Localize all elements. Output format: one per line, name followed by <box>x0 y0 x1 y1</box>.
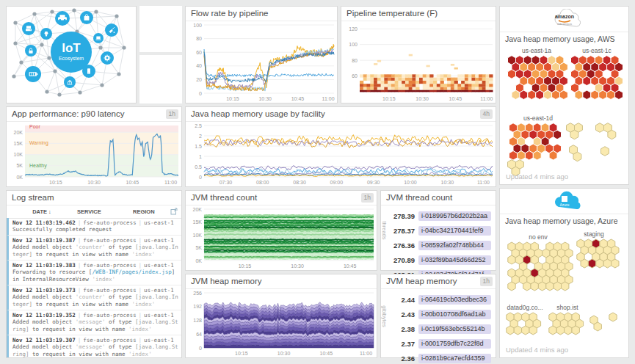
dashboard: IoT Ecosystem Healthy dev... 2K dvc Offl… <box>0 0 635 364</box>
log-column-service[interactable]: SERVICE <box>77 208 133 215</box>
log-row-meta: Nov 12 11:03:19.383|fse-auto-process|us-… <box>12 262 178 269</box>
jvm-thread-count-toplist-panel: JVM thread count threads 278.39i-0189957… <box>380 190 496 271</box>
healthy-devices-widget[interactable]: Healthy dev... 2K dvc <box>139 6 182 52</box>
log-row-message: Added model object 'message' of type [ja… <box>12 343 178 357</box>
svg-text:20K: 20K <box>14 130 23 135</box>
log-row[interactable]: Nov 12 11:03:19.383|fse-auto-process|us-… <box>7 261 181 285</box>
toplist-host-pill[interactable]: i-0001759dfb7c22f8d <box>418 339 491 349</box>
toplist-value: 2.43 <box>387 310 418 318</box>
hex-cluster-us-east-1d[interactable]: us-east-1d <box>509 114 562 160</box>
aws-heap-panel: amazon web services Java heap memory usa… <box>499 6 629 185</box>
healthy-devices-body: 2K dvc <box>139 18 182 52</box>
pipeline-temperature-chart[interactable]: 608010012010:1510:3010:4511:00 <box>341 21 496 103</box>
svg-text:100: 100 <box>193 23 202 28</box>
hex-cluster-datad0g-co-[interactable]: datad0g.co... <box>507 304 543 335</box>
aws-hex-map[interactable]: us-east-1aus-east-1cus-east-1d <box>500 46 628 176</box>
log-row-message: Successfully completed request <box>12 226 178 233</box>
svg-text:10:45: 10:45 <box>126 180 139 185</box>
p90-latency-chart[interactable]: 0K5K10K15K20K10:1510:3010:4511:00Healthy… <box>7 122 181 186</box>
offline-devices-value: 35 <box>144 80 166 98</box>
svg-text:no env: no env <box>529 233 548 241</box>
toplist-row[interactable]: 270.89i-032f89ba45d66d252 <box>387 253 491 266</box>
log-stream-header: DATE ↓ SERVICE REGION <box>7 205 181 219</box>
p90-latency-title: App performance: p90 latency 1h <box>7 107 181 122</box>
log-column-date[interactable]: DATE ↓ <box>7 208 77 215</box>
jvm-heap-memory-toplist-title: JVM heap memory 1h <box>381 274 496 289</box>
toplist-host-pill[interactable]: i-0281b9ca7ecfd4359 <box>418 354 491 363</box>
jvm-thread-count-chart[interactable]: 0K5K10K15K20K10:1510:3010:45 <box>186 205 377 270</box>
svg-text:10:15: 10:15 <box>239 263 252 269</box>
toplist-row[interactable]: 276.36i-08592fa02f748bb44 <box>387 239 491 252</box>
svg-text:2: 2 <box>199 134 202 139</box>
toplist-host-pill[interactable]: i-08592fa02f748bb44 <box>418 241 491 250</box>
hex-cluster[interactable] <box>596 123 616 139</box>
hex-cluster[interactable] <box>601 147 609 156</box>
svg-text:shop.ist: shop.ist <box>556 304 578 311</box>
svg-text:256: 256 <box>193 291 202 296</box>
svg-text:1.5: 1.5 <box>195 144 202 149</box>
aws-logo-icon: amazon web services <box>543 9 587 29</box>
toplist-host-pill[interactable]: i-064619cb03edbec36 <box>418 295 491 305</box>
hex-cluster[interactable] <box>567 123 583 139</box>
toplist-row[interactable]: 278.39i-0189957b6d202b2aa <box>387 209 491 222</box>
svg-text:10:15: 10:15 <box>226 96 239 101</box>
svg-text:us-east-1d: us-east-1d <box>523 114 553 122</box>
log-row-message: Forwarding to resource [/WEB-INF/pages/i… <box>12 269 178 283</box>
gear-icon <box>101 51 114 65</box>
svg-text:08:30: 08:30 <box>293 180 306 185</box>
svg-text:10:45: 10:45 <box>344 263 357 269</box>
toplist-row[interactable]: 2.37i-0001759dfb7c22f8d <box>387 337 491 350</box>
toplist-row[interactable]: 278.37i-04bc342170441fef9 <box>387 224 491 237</box>
hex-cluster-no-env[interactable]: no env <box>508 233 573 291</box>
hex-cluster-shop-ist[interactable]: shop.ist <box>549 304 584 335</box>
svg-text:09:00: 09:00 <box>330 180 344 185</box>
svg-text:15K: 15K <box>14 141 23 146</box>
azure-hex-map[interactable]: no envstagingdatad0g.co...shop.ist <box>500 228 628 349</box>
thread-timeframe-badge: 1h <box>361 193 374 203</box>
log-row[interactable]: Nov 12 11:03:19.462|fse-auto-process|us-… <box>7 218 181 236</box>
toplist-host-pill[interactable]: i-00b010708df6ad1ab <box>418 310 491 319</box>
svg-text:11:00: 11:00 <box>360 351 372 356</box>
svg-text:0: 0 <box>199 346 202 351</box>
jvm-heap-memory-toplist: 2.44i-064619cb03edbec362.43i-00b010708df… <box>387 293 491 364</box>
toplist-host-pill[interactable]: i-0189957b6d202b2aa <box>418 211 491 221</box>
toplist-row[interactable]: 2.44i-064619cb03edbec36 <box>387 293 491 306</box>
toplist-row[interactable]: 2.36i-0281b9ca7ecfd4359 <box>387 352 491 364</box>
svg-text:10:00: 10:00 <box>404 180 417 185</box>
hex-cluster[interactable] <box>570 145 581 161</box>
battery-icon <box>25 66 41 82</box>
svg-text:11:00: 11:00 <box>322 96 335 101</box>
healthy-devices-value: 2K <box>142 29 168 46</box>
toplist-host-pill[interactable]: i-0c19f563ebc55214b <box>418 324 491 334</box>
flow-rate-chart[interactable]: 02040608010010:1510:3010:4511:00 <box>186 21 337 103</box>
open-in-new-icon[interactable] <box>170 208 178 215</box>
log-row[interactable]: Nov 12 11:03:19.307|fse-auto-process|us-… <box>7 335 181 357</box>
toplist-host-pill[interactable]: i-04bc342170441fef9 <box>418 226 491 236</box>
facility-timeframe-badge: 4h <box>480 109 493 119</box>
toplist-row[interactable]: 2.38i-0c19f563ebc55214b <box>387 322 491 335</box>
svg-text:100: 100 <box>349 42 358 47</box>
hex-cluster-us-east-1a[interactable]: us-east-1a <box>508 47 568 100</box>
toplist-row[interactable]: 2.43i-00b010708df6ad1ab <box>387 307 491 321</box>
flow-rate-title: Flow rate by pipeline <box>186 7 337 21</box>
svg-text:us-east-1c: us-east-1c <box>582 47 612 54</box>
svg-text:120: 120 <box>349 26 358 32</box>
offline-devices-widget[interactable]: Offline devi... 35 dvc <box>139 55 182 103</box>
hex-cluster[interactable] <box>590 316 602 331</box>
azure-heap-title: Java heap memory usage, Azure <box>500 214 628 228</box>
log-stream-title: Log stream <box>7 191 181 205</box>
log-row[interactable]: Nov 12 11:03:19.373|fse-auto-process|us-… <box>7 285 181 310</box>
log-row[interactable]: Nov 12 11:03:19.352|fse-auto-process|us-… <box>7 310 181 335</box>
svg-text:192: 192 <box>193 304 202 309</box>
hex-cluster-staging[interactable]: staging <box>577 230 619 268</box>
hex-cluster[interactable] <box>609 313 617 321</box>
log-row[interactable]: Nov 12 11:03:19.387|fse-auto-process|us-… <box>7 236 181 261</box>
jvm-heap-memory-toplist-panel: JVM heap memory 1h gibibytes 2.44i-06461… <box>380 274 496 358</box>
offline-devices-title: Offline devi... <box>139 55 182 67</box>
toplist-host-pill[interactable]: i-032f89ba45d66d252 <box>418 255 491 265</box>
offline-devices-body: 35 dvc <box>139 67 182 103</box>
jvm-heap-memory-chart[interactable]: 06412819225610:1510:3010:4511:00 <box>186 289 377 357</box>
hex-cluster-us-east-1c[interactable]: us-east-1c <box>571 47 623 100</box>
facility-heap-chart[interactable]: 00.511.522.507:3008:0008:3009:0009:3010:… <box>186 122 496 186</box>
svg-text:60: 60 <box>352 73 358 79</box>
